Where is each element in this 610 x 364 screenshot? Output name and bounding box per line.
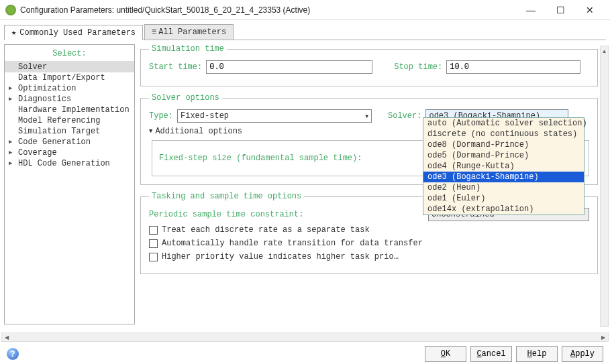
checkbox-icon (149, 253, 158, 261)
start-time-label: Start time: (149, 62, 202, 72)
checkbox-rate-transition[interactable]: Automatically handle rate transition for… (149, 239, 589, 248)
caret-down-icon: ▼ (365, 113, 368, 119)
star-icon: ★ (11, 27, 16, 38)
footer: ? OK Cancel Help Apply (0, 342, 610, 364)
tree-item-solver[interactable]: Solver (5, 62, 134, 72)
tree-item-diagnostics[interactable]: ▶Diagnostics (5, 94, 134, 105)
help-button[interactable]: Help (516, 346, 558, 362)
solver-option[interactable]: ode1 (Euler) (423, 193, 584, 204)
solver-option[interactable]: ode14x (extrapolation) (423, 204, 584, 215)
solver-option[interactable]: auto (Automatic solver selection) (423, 118, 584, 129)
app-icon (5, 5, 16, 15)
close-button[interactable]: ✕ (575, 1, 605, 19)
group-legend: Solver options (149, 93, 222, 103)
group-legend: Simulation time (149, 44, 227, 54)
tree-item-code-gen[interactable]: ▶Code Generation (5, 137, 134, 147)
solver-option[interactable]: discrete (no continuous states) (423, 129, 584, 139)
btn-label: K (446, 349, 450, 359)
stop-time-label: Stop time: (394, 62, 442, 72)
tab-label: All Parameters (158, 27, 226, 37)
scroll-up-icon: ▲ (601, 46, 608, 56)
chevron-right-icon: ▶ (9, 160, 12, 167)
window-title: Configuration Parameters: untitled/Quick… (20, 5, 516, 15)
tab-bar: ★ Commonly Used Parameters ≡ All Paramet… (4, 24, 606, 40)
tab-commonly-used[interactable]: ★ Commonly Used Parameters (4, 25, 143, 40)
solver-options-group: Solver options Type: Fixed-step ▼ Solver… (140, 93, 598, 185)
scroll-right-icon: ▶ (599, 335, 608, 341)
tree-item-data-import-export[interactable]: Data Import/Export (5, 72, 134, 83)
ok-button[interactable]: OK (425, 346, 466, 362)
cancel-button[interactable]: Cancel (470, 346, 512, 362)
tree-item-model-ref[interactable]: Model Referencing (5, 115, 134, 126)
help-icon[interactable]: ? (7, 348, 19, 360)
tree-item-sim-target[interactable]: Simulation Target (5, 126, 134, 137)
titlebar: Configuration Parameters: untitled/Quick… (0, 0, 610, 20)
tree-item-hardware[interactable]: Hardware Implementation (5, 105, 134, 115)
simulation-time-group: Simulation time Start time: Stop time: (140, 44, 598, 86)
tree-header: Select: (5, 48, 134, 62)
triangle-down-icon: ▼ (149, 128, 152, 135)
tree-item-coverage[interactable]: ▶Coverage (5, 147, 134, 158)
group-legend: Tasking and sample time options (149, 192, 304, 201)
fixed-step-label: Fixed-step size (fundamental sample time… (159, 154, 429, 163)
tree-item-hdl[interactable]: ▶HDL Code Generation (5, 158, 134, 169)
checkbox-discrete-rate[interactable]: Treat each discrete rate as a separate t… (149, 225, 589, 235)
chevron-right-icon: ▶ (9, 149, 12, 156)
stop-time-input[interactable] (446, 60, 580, 74)
tab-label: Commonly Used Parameters (19, 28, 136, 38)
apply-button[interactable]: Apply (562, 346, 603, 362)
checkbox-label: Treat each discrete rate as a separate t… (162, 225, 370, 235)
start-time-input[interactable] (206, 60, 372, 74)
maximize-button[interactable]: ☐ (546, 1, 575, 19)
type-dropdown[interactable]: Fixed-step ▼ (177, 109, 372, 123)
vertical-scrollbar[interactable]: ▲ (600, 46, 609, 327)
type-value: Fixed-step (181, 111, 229, 121)
solver-option[interactable]: ode4 (Runge-Kutta) (423, 161, 584, 172)
solver-option[interactable]: ode2 (Heun) (423, 182, 584, 193)
periodic-label: Periodic sample time constraint: (149, 210, 424, 219)
scroll-left-icon: ◀ (2, 335, 11, 341)
chevron-right-icon: ▶ (9, 84, 12, 92)
tree-item-optimization[interactable]: ▶Optimization (5, 83, 134, 94)
additional-options-label: Additional options (155, 127, 242, 136)
minimize-button[interactable]: — (516, 1, 546, 19)
type-label: Type: (149, 111, 173, 121)
solver-dropdown-list[interactable]: auto (Automatic solver selection) discre… (423, 117, 584, 215)
chevron-right-icon: ▶ (9, 138, 12, 145)
solver-panel: Simulation time Start time: Stop time: S… (140, 44, 598, 324)
solver-option[interactable]: ode8 (Dormand-Prince) (423, 139, 584, 150)
solver-label: Solver: (388, 111, 421, 121)
list-icon: ≡ (152, 27, 155, 37)
chevron-right-icon: ▶ (9, 95, 12, 103)
solver-option-selected[interactable]: ode3 (Bogacki-Shampine) (423, 172, 584, 182)
checkbox-icon (149, 226, 158, 235)
solver-option[interactable]: ode5 (Dormand-Prince) (423, 150, 584, 161)
horizontal-scrollbar[interactable]: ◀ ▶ (1, 332, 609, 342)
checkbox-label: Higher priority value indicates higher t… (162, 252, 399, 261)
category-tree: Select: Solver Data Import/Export ▶Optim… (4, 44, 135, 324)
checkbox-icon (149, 239, 158, 248)
tab-all-parameters[interactable]: ≡ All Parameters (144, 24, 234, 40)
checkbox-label: Automatically handle rate transition for… (162, 239, 423, 248)
checkbox-priority[interactable]: Higher priority value indicates higher t… (149, 252, 589, 261)
